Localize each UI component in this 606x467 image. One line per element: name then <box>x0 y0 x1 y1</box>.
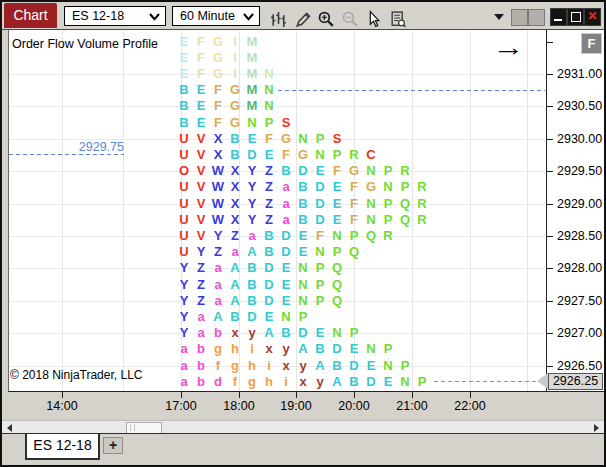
profile-letter: N <box>244 115 261 131</box>
profile-letter: B <box>346 374 363 390</box>
profile-letter: b <box>193 374 210 390</box>
profile-letter: Y <box>176 260 193 276</box>
pointer-icon[interactable] <box>364 10 383 29</box>
profile-letter: R <box>414 179 431 195</box>
profile-letter: Y <box>244 163 261 179</box>
profile-letter: X <box>210 147 227 163</box>
profile-letter: B <box>176 115 193 131</box>
dashed-reference-line-upper <box>278 90 545 91</box>
last-price-marker: 2926.25 <box>548 373 603 390</box>
restore-button[interactable] <box>567 8 584 26</box>
profile-letter: N <box>363 163 380 179</box>
profile-letter: P <box>329 244 346 260</box>
profile-letter: Y <box>244 179 261 195</box>
profile-letter: D <box>295 325 312 341</box>
price-axis-tick <box>546 204 553 205</box>
chevron-down-icon <box>243 13 254 21</box>
profile-letter: A <box>244 244 261 260</box>
vertical-gridline <box>470 31 471 391</box>
interval-dropdown[interactable]: 60 Minute <box>172 6 260 26</box>
profile-letter: N <box>278 309 295 325</box>
price-axis-tick <box>546 42 553 43</box>
zoom-in-icon[interactable] <box>317 10 336 29</box>
time-axis-tick <box>470 392 471 398</box>
profile-letter: W <box>210 163 227 179</box>
profile-letter: U <box>176 212 193 228</box>
window-title-tab[interactable]: Chart <box>4 3 57 28</box>
profile-letter: Y <box>210 228 227 244</box>
focus-button[interactable]: F <box>581 33 602 54</box>
interval-link-button[interactable] <box>528 9 545 26</box>
time-axis-label: 14:00 <box>40 399 84 413</box>
tab-es-12-18[interactable]: ES 12-18 <box>25 434 100 460</box>
toolbar-caret-icon[interactable] <box>494 14 504 20</box>
draw-tool-icon[interactable] <box>294 10 313 29</box>
price-axis-label: 2926.50 <box>557 359 605 373</box>
profile-letter: F <box>346 212 363 228</box>
profile-letter: F <box>346 196 363 212</box>
instrument-link-button[interactable] <box>511 9 528 26</box>
minimize-button[interactable] <box>550 8 567 26</box>
zoom-out-icon[interactable] <box>341 10 360 29</box>
profile-letter: i <box>244 341 261 357</box>
horizontal-scrollbar[interactable] <box>2 420 604 434</box>
profile-letter: Q <box>346 244 363 260</box>
profile-letter: R <box>414 212 431 228</box>
profile-letter: Z <box>227 228 244 244</box>
profile-letter: E <box>380 374 397 390</box>
profile-letter: a <box>176 358 193 374</box>
profile-letter: P <box>312 277 329 293</box>
profile-letter: A <box>210 309 227 325</box>
profile-letter: B <box>261 244 278 260</box>
profile-letter: E <box>193 82 210 98</box>
jump-to-last-bar-arrow-icon[interactable]: → <box>492 33 541 62</box>
scroll-left-icon[interactable] <box>7 424 12 432</box>
profile-letter: Q <box>397 196 414 212</box>
profile-letter: F <box>346 179 363 195</box>
profile-letter: F <box>193 34 210 50</box>
profile-letter: F <box>329 163 346 179</box>
profile-letter: B <box>227 309 244 325</box>
profile-letter: B <box>244 277 261 293</box>
profile-letter: P <box>329 147 346 163</box>
profile-letter: V <box>193 228 210 244</box>
profile-letter: A <box>261 325 278 341</box>
profile-letter: h <box>244 358 261 374</box>
profile-letter: B <box>176 98 193 114</box>
profile-letter: N <box>261 66 278 82</box>
profile-letter: A <box>227 277 244 293</box>
data-series-icon[interactable] <box>389 10 408 29</box>
profile-letter: E <box>312 325 329 341</box>
profile-letter: N <box>261 82 278 98</box>
profile-letter: F <box>261 131 278 147</box>
profile-letter: P <box>312 293 329 309</box>
profile-letter: I <box>227 34 244 50</box>
profile-letter: E <box>176 50 193 66</box>
price-axis-label: 2927.00 <box>557 326 605 340</box>
profile-letter: I <box>227 66 244 82</box>
profile-letter: B <box>312 341 329 357</box>
profile-letter: Q <box>329 293 346 309</box>
profile-letter: U <box>176 131 193 147</box>
scroll-right-icon[interactable] <box>594 424 599 432</box>
profile-letter: S <box>278 115 295 131</box>
profile-letter: y <box>312 374 329 390</box>
profile-letter: Z <box>261 179 278 195</box>
profile-letter: B <box>261 228 278 244</box>
chart-style-icon[interactable] <box>269 10 288 29</box>
profile-letter: P <box>295 309 312 325</box>
profile-letter: E <box>363 358 380 374</box>
profile-letter: Y <box>176 277 193 293</box>
instrument-dropdown[interactable]: ES 12-18 <box>64 6 166 26</box>
profile-letter: h <box>227 341 244 357</box>
profile-letter: V <box>193 147 210 163</box>
profile-letter: A <box>227 260 244 276</box>
profile-letter: D <box>312 179 329 195</box>
profile-letter: G <box>227 115 244 131</box>
profile-letter: D <box>295 163 312 179</box>
add-tab-button[interactable]: + <box>103 437 123 454</box>
profile-letter: D <box>278 228 295 244</box>
profile-letter: a <box>193 309 210 325</box>
close-button[interactable]: ✕ <box>584 8 601 26</box>
profile-letter: x <box>295 374 312 390</box>
